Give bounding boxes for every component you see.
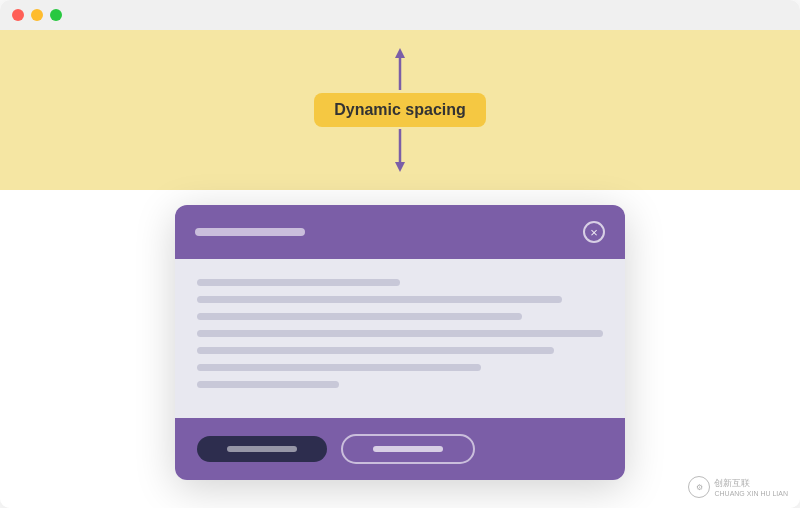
watermark-subtitle: CHUANG XIN HU LIAN (714, 490, 788, 497)
bottom-area: × (0, 190, 800, 508)
modal-dialog: × (175, 205, 625, 480)
watermark: ⚙ 创新互联 CHUANG XIN HU LIAN (688, 476, 788, 498)
primary-button-label-placeholder (227, 446, 297, 452)
svg-marker-1 (395, 48, 405, 58)
modal-title-placeholder (195, 228, 305, 236)
modal-body (175, 259, 625, 418)
content-line-4 (197, 330, 603, 337)
svg-marker-3 (395, 162, 405, 172)
primary-button[interactable] (197, 436, 327, 462)
content-line-1 (197, 279, 400, 286)
modal-header: × (175, 205, 625, 259)
arrow-down-icon (390, 127, 410, 172)
arrow-up-icon (390, 48, 410, 93)
content-line-6 (197, 364, 481, 371)
content-line-7 (197, 381, 339, 388)
secondary-button[interactable] (341, 434, 475, 464)
dynamic-spacing-label: Dynamic spacing (314, 93, 486, 127)
close-icon: × (590, 225, 598, 240)
traffic-light-yellow[interactable] (31, 9, 43, 21)
arrow-container: Dynamic spacing (314, 48, 486, 172)
window-chrome: Dynamic spacing × (0, 0, 800, 508)
top-area: Dynamic spacing (0, 30, 800, 190)
modal-footer (175, 418, 625, 480)
watermark-text: 创新互联 CHUANG XIN HU LIAN (714, 477, 788, 497)
page-layout: Dynamic spacing × (0, 30, 800, 508)
watermark-icon: ⚙ (688, 476, 710, 498)
title-bar (0, 0, 800, 30)
traffic-light-green[interactable] (50, 9, 62, 21)
content-line-5 (197, 347, 554, 354)
content-line-3 (197, 313, 522, 320)
traffic-light-red[interactable] (12, 9, 24, 21)
modal-close-button[interactable]: × (583, 221, 605, 243)
content-line-2 (197, 296, 562, 303)
watermark-brand: 创新互联 (714, 477, 788, 490)
secondary-button-label-placeholder (373, 446, 443, 452)
